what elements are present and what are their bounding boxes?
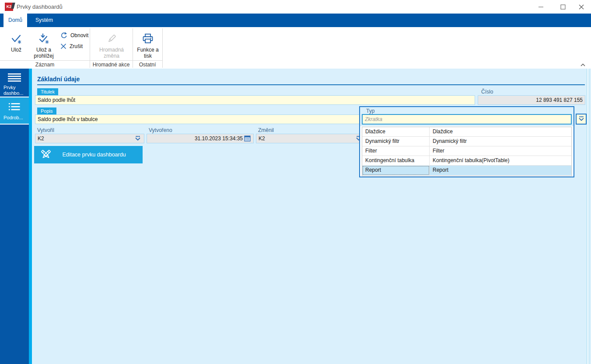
vytvoril-label: Vytvořil <box>37 127 54 133</box>
ribbon-group-label-ostatni: Ostatní <box>133 60 162 69</box>
sidebar-accent-strip <box>29 69 32 364</box>
check-star-icon <box>10 33 22 45</box>
bulk-change-button-label: Hromadná změna <box>92 47 131 59</box>
typ-option-name: Dlaždice <box>430 127 571 136</box>
right-edge-strip <box>587 69 589 364</box>
function-print-button[interactable]: Funkce a tisk <box>134 29 162 59</box>
tab-domu[interactable]: Domů <box>3 14 27 27</box>
window-titlebar: K2 Prvky dashboardů <box>0 0 591 14</box>
ribbon: Ulož Ulož a prohlížej Obnovi <box>0 27 591 69</box>
tab-system[interactable]: Systém <box>27 14 61 27</box>
zmenil-input[interactable] <box>256 134 365 143</box>
titulek-input[interactable] <box>35 95 475 105</box>
window-title: Prvky dashboardů <box>17 0 63 14</box>
typ-option-name: Filter <box>430 146 571 156</box>
typ-option[interactable]: Filter Filter <box>362 146 571 156</box>
printer-icon <box>142 33 154 45</box>
typ-option-abbr: Filter <box>362 146 430 156</box>
close-icon <box>579 4 584 10</box>
typ-option-name: Report <box>430 166 571 175</box>
crossed-pencils-icon <box>40 149 52 162</box>
edit-dashboard-element-label: Editace prvku dashboardu <box>62 152 126 158</box>
typ-option-abbr: Dynamický filtr <box>362 137 430 146</box>
sidebar-item-podrobnosti[interactable]: Podrob... <box>0 97 29 125</box>
titulek-label: Titulek <box>37 88 58 95</box>
sidebar-item-label: Prvky dashbo... <box>3 85 28 96</box>
detail-list-icon <box>9 103 20 112</box>
ribbon-group-label-zaznam: Záznam <box>0 60 90 69</box>
vytvoreno-label: Vytvořeno <box>149 127 172 133</box>
typ-option[interactable]: Report Report <box>362 166 571 175</box>
k2-logo-icon: K2 <box>5 3 13 11</box>
typ-option-name: Kontingenční tabulka(PivotTable) <box>430 156 571 165</box>
refresh-icon <box>60 32 67 39</box>
vytvoril-input[interactable] <box>35 134 144 143</box>
bulk-change-button[interactable]: Hromadná změna <box>92 29 131 59</box>
typ-option-abbr: Report <box>362 166 430 175</box>
section-title: Základní údaje <box>37 76 80 83</box>
popis-label: Popis <box>37 107 56 114</box>
typ-option[interactable]: Dynamický filtr Dynamický filtr <box>362 137 571 146</box>
section-rule <box>37 84 585 85</box>
x-icon <box>60 43 66 49</box>
minimize-icon <box>539 4 544 10</box>
save-view-icon <box>38 33 50 45</box>
collapse-ribbon-button[interactable] <box>578 61 587 68</box>
cislo-input[interactable] <box>478 95 585 105</box>
maximize-button[interactable] <box>553 0 573 14</box>
pencil-icon <box>106 33 118 45</box>
typ-dropdown-button[interactable] <box>576 114 587 125</box>
typ-option[interactable]: Dlaždice Dlaždice <box>362 127 571 137</box>
typ-option-list: Dlaždice Dlaždice Dynamický filtr Dynami… <box>362 127 572 176</box>
zmenil-label: Změnil <box>258 127 274 133</box>
function-print-button-label: Funkce a tisk <box>134 47 162 59</box>
maximize-icon <box>560 4 566 10</box>
ribbon-tab-bar: Domů Systém <box>0 14 591 27</box>
close-button[interactable] <box>571 0 591 14</box>
save-and-view-button[interactable]: Ulož a prohlížej <box>28 29 59 59</box>
typ-dropdown-panel: Typ Dlaždice Dlaždice Dynamický filtr Dy… <box>359 106 574 177</box>
edit-dashboard-element-button[interactable]: Editace prvku dashboardu <box>34 146 143 163</box>
refresh-button[interactable]: Obnovit <box>60 31 88 40</box>
typ-option-abbr: Kontingenční tabulka <box>362 156 430 165</box>
chevron-up-icon <box>580 63 586 67</box>
cancel-button[interactable]: Zrušit <box>60 42 83 51</box>
save-button-label: Ulož <box>11 47 21 53</box>
sidebar-item-prvky-dashboardu[interactable]: Prvky dashbo... <box>0 69 29 97</box>
sidebar-item-label: Podrob... <box>3 115 28 121</box>
typ-label: Typ <box>366 108 374 114</box>
typ-option-name: Dynamický filtr <box>430 137 571 146</box>
save-button[interactable]: Ulož <box>4 29 28 59</box>
typ-option-abbr: Dlaždice <box>362 127 430 136</box>
content-area: Prvky dashbo... Podrob... Základní údaje… <box>0 69 591 364</box>
triple-chevron-down-icon <box>578 116 585 122</box>
typ-search-input[interactable] <box>362 114 572 125</box>
cancel-button-label: Zrušit <box>70 43 83 49</box>
menu-icon <box>8 73 21 83</box>
ribbon-group-label-hromadne-akce: Hromadné akce <box>90 60 133 69</box>
cislo-label: Číslo <box>481 89 493 95</box>
ribbon-separator <box>162 28 163 68</box>
vytvoril-dropdown-icon[interactable] <box>134 135 141 142</box>
calendar-icon[interactable] <box>244 135 251 142</box>
minimize-button[interactable] <box>531 0 551 14</box>
save-and-view-button-label: Ulož a prohlížej <box>28 47 59 59</box>
vytvoreno-input[interactable] <box>147 134 254 143</box>
app-window: K2 Prvky dashboardů Domů Systém Ulo <box>0 0 591 364</box>
typ-option[interactable]: Kontingenční tabulka Kontingenční tabulk… <box>362 156 571 166</box>
refresh-button-label: Obnovit <box>70 32 88 38</box>
